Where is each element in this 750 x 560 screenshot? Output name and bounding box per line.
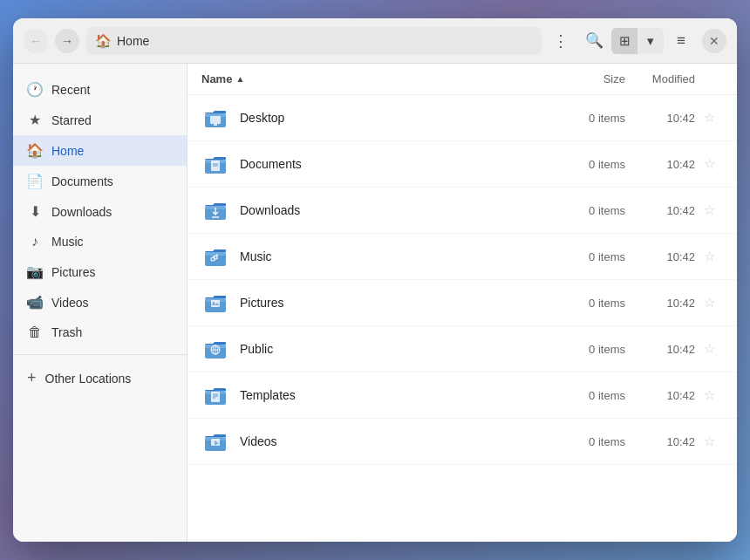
folder-icon-music	[201, 242, 229, 270]
table-row[interactable]: Music0 items10:42☆	[188, 234, 737, 280]
file-name-cell-templates: Templates	[201, 381, 556, 409]
file-star-pictures[interactable]: ☆	[695, 295, 723, 311]
view-dropdown-button[interactable]: ▾	[638, 28, 664, 54]
other-locations-item[interactable]: + Other Locations	[13, 362, 187, 394]
folder-icon-documents	[201, 150, 229, 178]
back-button[interactable]: ←	[24, 29, 48, 53]
downloads-icon: ⬇	[27, 203, 43, 220]
trash-label: Trash	[51, 325, 82, 339]
sidebar-item-videos[interactable]: 📹Videos	[13, 287, 187, 318]
sidebar-item-home[interactable]: 🏠Home	[13, 135, 187, 166]
table-row[interactable]: Documents0 items10:42☆	[188, 141, 737, 188]
file-manager-window: ← → 🏠 Home ⋮ 🔍 ⊞ ▾ ≡ ✕ 🕐Recent★Starred🏠H…	[13, 18, 737, 542]
sidebar-item-downloads[interactable]: ⬇Downloads	[13, 196, 187, 227]
file-star-desktop[interactable]: ☆	[695, 110, 723, 126]
starred-icon: ★	[27, 112, 43, 128]
file-star-downloads[interactable]: ☆	[695, 202, 723, 218]
address-menu-button[interactable]: ⋮	[549, 29, 573, 53]
table-row[interactable]: Downloads0 items10:42☆	[188, 188, 737, 234]
other-locations-label: Other Locations	[45, 372, 132, 386]
table-row[interactable]: Desktop0 items10:42☆	[188, 95, 737, 141]
svg-rect-26	[211, 392, 220, 402]
content-area: 🕐Recent★Starred🏠Home📄Documents⬇Downloads…	[13, 64, 737, 542]
file-modified-pictures: 10:42	[625, 297, 695, 310]
file-star-music[interactable]: ☆	[695, 249, 723, 264]
grid-view-button[interactable]: ⊞	[611, 28, 638, 54]
folder-icon-downloads	[201, 196, 229, 224]
file-modified-downloads: 10:42	[625, 204, 695, 217]
sidebar-item-trash[interactable]: 🗑Trash	[13, 318, 187, 347]
home-icon: 🏠	[27, 142, 43, 159]
file-name-desktop: Desktop	[240, 111, 284, 125]
table-row[interactable]: Public0 items10:42☆	[188, 326, 737, 372]
modified-column-header[interactable]: Modified	[625, 72, 695, 85]
videos-icon: 📹	[27, 294, 43, 311]
file-size-public: 0 items	[556, 343, 625, 356]
music-label: Music	[51, 235, 84, 249]
sidebar-item-recent[interactable]: 🕐Recent	[13, 74, 187, 105]
file-star-documents[interactable]: ☆	[695, 156, 723, 172]
file-name-music: Music	[240, 249, 272, 263]
folder-icon-pictures	[201, 289, 229, 317]
file-name-templates: Templates	[240, 388, 296, 402]
file-size-templates: 0 items	[556, 389, 625, 402]
file-name-cell-videos: Videos	[201, 427, 556, 455]
sidebar-item-music[interactable]: ♪Music	[13, 227, 187, 256]
table-row[interactable]: Templates0 items10:42☆	[188, 372, 737, 419]
hamburger-menu-button[interactable]: ≡	[667, 27, 695, 55]
videos-label: Videos	[51, 296, 89, 310]
file-size-documents: 0 items	[556, 158, 625, 171]
file-size-downloads: 0 items	[556, 204, 625, 217]
size-column-header[interactable]: Size	[556, 72, 625, 85]
file-star-templates[interactable]: ☆	[695, 387, 723, 403]
file-name-documents: Documents	[240, 157, 302, 171]
file-rows-container: Desktop0 items10:42☆ Documents0 items10:…	[188, 95, 737, 465]
file-name-public: Public	[240, 342, 273, 356]
recent-icon: 🕐	[27, 81, 43, 98]
file-name-cell-pictures: Pictures	[201, 289, 556, 317]
file-modified-desktop: 10:42	[625, 112, 695, 125]
file-size-pictures: 0 items	[556, 297, 625, 310]
folder-icon-public	[201, 335, 229, 363]
file-size-music: 0 items	[556, 250, 625, 263]
documents-icon: 📄	[27, 173, 43, 189]
file-star-videos[interactable]: ☆	[695, 434, 723, 449]
file-list: Name ▲ Size Modified Desktop0 items10:42…	[188, 64, 737, 542]
trash-icon: 🗑	[27, 324, 43, 340]
folder-icon-videos	[201, 427, 229, 455]
filelist-header: Name ▲ Size Modified	[188, 64, 737, 95]
folder-icon-desktop	[201, 104, 229, 132]
address-text: Home	[117, 34, 149, 48]
search-button[interactable]: 🔍	[580, 27, 608, 55]
starred-label: Starred	[51, 113, 92, 127]
close-button[interactable]: ✕	[702, 29, 726, 53]
svg-rect-13	[205, 252, 226, 256]
svg-rect-16	[211, 300, 220, 307]
table-row[interactable]: Videos0 items10:42☆	[188, 419, 737, 465]
file-name-videos: Videos	[240, 434, 277, 448]
toolbar-actions: 🔍 ⊞ ▾ ≡	[580, 27, 695, 55]
file-name-cell-public: Public	[201, 335, 556, 363]
svg-rect-2	[210, 116, 221, 124]
titlebar: ← → 🏠 Home ⋮ 🔍 ⊞ ▾ ≡ ✕	[13, 18, 737, 64]
view-toggle-group: ⊞ ▾	[611, 28, 664, 54]
sidebar-item-pictures[interactable]: 📷Pictures	[13, 256, 187, 287]
table-row[interactable]: Pictures0 items10:42☆	[188, 280, 737, 326]
sidebar-divider	[13, 354, 187, 355]
sidebar-item-starred[interactable]: ★Starred	[13, 105, 187, 135]
file-name-cell-desktop: Desktop	[201, 104, 556, 132]
sort-arrow-icon: ▲	[235, 74, 244, 84]
file-modified-templates: 10:42	[625, 389, 695, 402]
file-star-public[interactable]: ☆	[695, 341, 723, 357]
forward-button[interactable]: →	[55, 29, 79, 53]
file-name-cell-documents: Documents	[201, 150, 556, 178]
pictures-icon: 📷	[27, 263, 43, 280]
file-modified-public: 10:42	[625, 343, 695, 356]
file-name-pictures: Pictures	[240, 296, 284, 310]
file-name-downloads: Downloads	[240, 203, 300, 217]
name-column-header[interactable]: Name ▲	[201, 72, 556, 85]
folder-icon-templates	[201, 381, 229, 409]
file-name-cell-music: Music	[201, 242, 556, 270]
sidebar-item-documents[interactable]: 📄Documents	[13, 166, 187, 196]
file-modified-documents: 10:42	[625, 158, 695, 171]
